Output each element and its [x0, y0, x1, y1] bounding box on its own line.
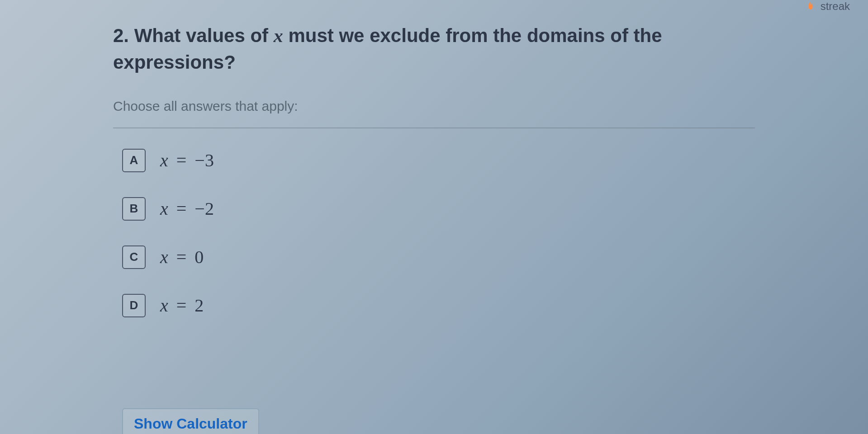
streak-icon: [804, 0, 817, 13]
instruction-text: Choose all answers that apply:: [113, 99, 755, 114]
option-a[interactable]: A x = −3: [122, 149, 755, 172]
top-bar: streak: [804, 0, 850, 13]
option-letter-a: A: [122, 149, 146, 172]
option-text-b: x = −2: [160, 198, 214, 219]
option-b[interactable]: B x = −2: [122, 197, 755, 221]
options-list: A x = −3 B x = −2 C x = 0 D x = 2: [113, 149, 755, 317]
option-text-c: x = 0: [160, 246, 204, 268]
question-variable: x: [274, 25, 283, 46]
option-c[interactable]: C x = 0: [122, 245, 755, 269]
question-number: 2.: [113, 25, 129, 46]
question-content: 2. What values of x must we exclude from…: [0, 0, 868, 317]
option-letter-b: B: [122, 197, 146, 221]
streak-label: streak: [821, 0, 850, 13]
option-text-d: x = 2: [160, 295, 204, 316]
option-d[interactable]: D x = 2: [122, 294, 755, 317]
question-header: 2. What values of x must we exclude from…: [113, 23, 755, 76]
question-text-before: What values of: [134, 25, 274, 46]
show-calculator-button[interactable]: Show Calculator: [122, 408, 259, 434]
option-text-a: x = −3: [160, 150, 214, 171]
option-letter-c: C: [122, 245, 146, 269]
divider: [113, 127, 755, 128]
option-letter-d: D: [122, 294, 146, 317]
